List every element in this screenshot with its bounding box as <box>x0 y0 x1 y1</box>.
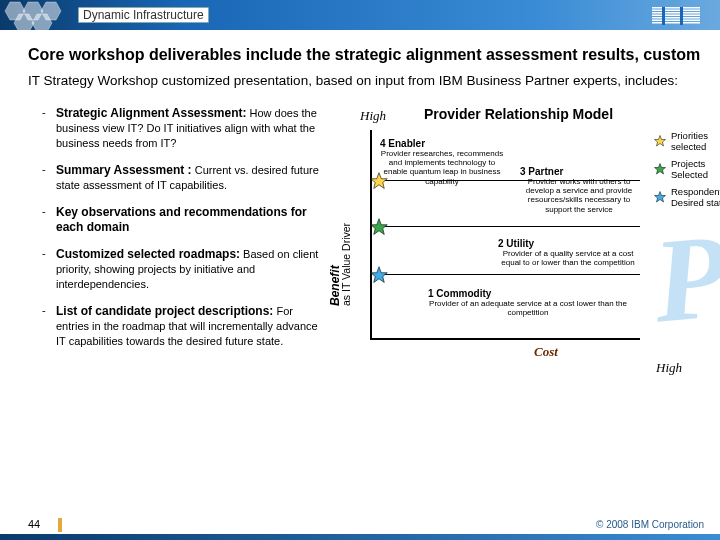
quadrant-partner: 3 PartnerProvider works with others to d… <box>520 166 638 214</box>
svg-marker-14 <box>371 172 388 188</box>
svg-marker-18 <box>655 163 666 174</box>
svg-rect-8 <box>652 15 700 17</box>
quadrant-utility: 2 UtilityProvider of a quality service a… <box>498 238 638 268</box>
legend-item: Projects Selected <box>654 158 720 180</box>
svg-rect-13 <box>680 7 683 25</box>
top-bar: Dynamic Infrastructure <box>0 0 720 30</box>
star-marker-icon <box>370 266 388 284</box>
svg-marker-16 <box>371 266 388 282</box>
quadrant-commodity: 1 CommodityProvider of an adequate servi… <box>428 288 628 318</box>
chart-legend: Priorities selected Projects Selected Re… <box>654 130 720 214</box>
copyright-text: © 2008 IBM Corporation <box>596 519 704 530</box>
y-axis-high: High <box>360 108 386 124</box>
star-icon <box>654 135 666 147</box>
x-axis-label: Cost <box>534 344 558 360</box>
list-item: Summary Assessment : Current vs. desired… <box>42 157 324 199</box>
svg-rect-7 <box>652 12 700 14</box>
list-item: Customized selected roadmaps: Based on c… <box>42 241 324 298</box>
svg-rect-12 <box>662 7 665 25</box>
x-axis-high: High <box>656 360 682 376</box>
chart-panel: P L E High Provider Relationship Model B… <box>324 100 720 400</box>
svg-marker-17 <box>655 135 666 146</box>
page-number: 44 <box>28 518 40 530</box>
star-marker-icon <box>370 218 388 236</box>
star-icon <box>654 191 666 203</box>
provider-relationship-chart: High Provider Relationship Model Benefit… <box>334 108 704 378</box>
svg-rect-11 <box>652 22 700 24</box>
bullet-list: Strategic Alignment Assessment: How does… <box>12 100 324 400</box>
slide-subtitle: IT Strategy Workshop customized presenta… <box>0 70 720 96</box>
star-marker-icon <box>370 172 388 190</box>
svg-marker-19 <box>655 191 666 202</box>
svg-rect-6 <box>652 10 700 12</box>
legend-item: Priorities selected <box>654 130 720 152</box>
section-name: Dynamic Infrastructure <box>78 7 209 23</box>
footer: 44 © 2008 IBM Corporation <box>0 514 720 540</box>
chart-plot-area: 4 EnablerProvider researches, recommends… <box>370 130 640 340</box>
svg-rect-9 <box>652 17 700 19</box>
svg-rect-10 <box>652 20 700 22</box>
quadrant-enabler: 4 EnablerProvider researches, recommends… <box>380 138 504 186</box>
chart-title: Provider Relationship Model <box>424 106 613 122</box>
slide-title: Core workshop deliverables include the s… <box>0 30 720 70</box>
svg-marker-15 <box>371 218 388 234</box>
footer-accent-bar <box>0 534 720 540</box>
star-icon <box>654 163 666 175</box>
page-number-accent <box>58 518 62 532</box>
legend-item: Respondents Desired state <box>654 186 720 208</box>
list-item: Strategic Alignment Assessment: How does… <box>42 100 324 157</box>
ibm-logo <box>652 7 700 29</box>
svg-rect-5 <box>652 7 700 9</box>
list-item: List of candidate project descriptions: … <box>42 298 324 355</box>
y-axis-label: Benefit as IT Value Driver <box>328 222 352 305</box>
list-item: Key observations and recommendations for… <box>42 199 324 241</box>
